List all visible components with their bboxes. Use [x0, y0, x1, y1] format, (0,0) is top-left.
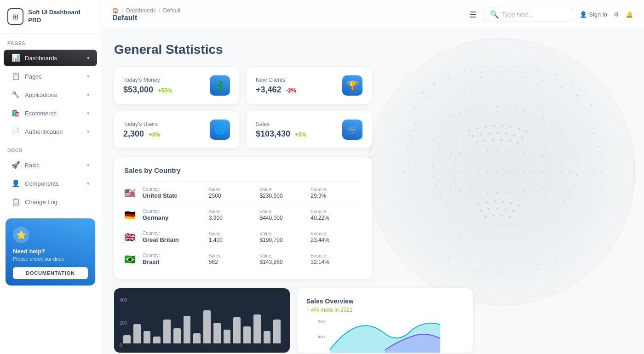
table-row: 🇺🇸 Country: United State Sales: 2500 Val…: [124, 182, 362, 204]
page-title-breadcrumb: Default: [112, 14, 462, 22]
stat-value-sales: $103,430: [256, 129, 290, 138]
country-flag: 🇬🇧: [124, 226, 143, 248]
breadcrumb-default: Default: [163, 7, 180, 14]
topbar-actions: 👤 Sign in ⚙ 🔔: [580, 11, 633, 18]
country-name-cell: Country: Germany: [143, 204, 209, 226]
stat-label-clients: New Clients: [256, 77, 296, 83]
search-input[interactable]: [502, 11, 566, 18]
sales-by-country-card: Sales by Country 🇺🇸 Country: United Stat…: [114, 157, 372, 279]
hamburger-icon[interactable]: ☰: [469, 10, 477, 20]
app-name: Soft UI Dashboard PRO: [28, 9, 93, 24]
sidebar-item-ecommerce[interactable]: 🛍️ Ecommerce ▾: [4, 105, 97, 121]
sidebar-item-label: Pages: [25, 73, 82, 80]
signin-button[interactable]: 👤 Sign in: [580, 11, 607, 18]
chevron-down-icon: ▾: [87, 162, 90, 168]
settings-button[interactable]: ⚙: [614, 11, 619, 18]
table-row: 🇬🇧 Country: Great Britain Sales: 1.400 V…: [124, 226, 362, 248]
search-box[interactable]: 🔍: [484, 7, 572, 22]
sidebar-item-label: Change Log: [25, 199, 90, 206]
applications-icon: 🔧: [11, 91, 20, 99]
bar: [273, 320, 281, 344]
bar: [163, 320, 171, 344]
stat-label-sales: Sales: [256, 121, 306, 127]
bell-icon: 🔔: [626, 11, 633, 18]
stat-card-sales: Sales $103,430 +5% 🛒: [247, 111, 372, 148]
sidebar-item-components[interactable]: 👤 Components ▾: [4, 175, 97, 192]
stat-label-money: Today's Money: [123, 77, 172, 83]
logo-icon: ⊞: [7, 8, 23, 25]
ecommerce-icon: 🛍️: [11, 109, 20, 117]
money-icon: 💲: [210, 75, 230, 96]
sidebar-item-label: Basic: [25, 162, 82, 169]
page-title: General Statistics: [114, 42, 631, 57]
stat-change-sales: +5%: [295, 131, 306, 138]
bar: [224, 330, 231, 343]
sidebar-item-basic[interactable]: 🚀 Basic ▾: [4, 157, 97, 173]
chevron-down-icon: ▾: [87, 55, 90, 61]
trophy-icon: 🏆: [342, 75, 362, 96]
sidebar-item-label: Dashboards: [25, 55, 82, 62]
stat-change-money: +55%: [158, 87, 172, 94]
table-row: 🇩🇪 Country: Germany Sales: 3.900 Value: …: [124, 204, 362, 226]
bar-chart-card: 0 200 400: [114, 288, 290, 353]
notifications-button[interactable]: 🔔: [626, 11, 633, 18]
sidebar-item-dashboards[interactable]: 📊 Dashboards ▾: [4, 50, 97, 66]
country-table: 🇺🇸 Country: United State Sales: 2500 Val…: [124, 182, 362, 270]
content-area: General Statistics Today's Money $53,000…: [101, 29, 644, 354]
help-star-icon: ⭐: [13, 227, 29, 243]
sidebar-item-applications[interactable]: 🔧 Applications ▾: [4, 86, 97, 103]
sales-overview-subtitle: ↑ 4% more in 2021: [306, 307, 464, 313]
stat-label-users: Today's Users: [123, 121, 160, 127]
bar: [203, 310, 211, 343]
home-icon: 🏠: [112, 7, 119, 14]
country-sales: Sales: 3.900: [209, 204, 260, 226]
breadcrumb-dashboards: Dashboards: [126, 7, 156, 14]
country-sales: Sales: 562: [209, 248, 260, 270]
main-area: 🏠 / Dashboards / Default Default ☰ 🔍 👤 S…: [101, 0, 644, 354]
country-flag: 🇺🇸: [124, 182, 143, 204]
bar: [243, 326, 251, 344]
bar: [193, 333, 201, 344]
stat-value-clients: +3,462: [256, 85, 282, 94]
chevron-down-icon: ▾: [87, 110, 90, 116]
sidebar-item-label: Authentication: [25, 128, 82, 135]
bar: [153, 337, 161, 343]
country-bounce: Bounce: 32.14%: [310, 248, 362, 270]
chart-y-labels: 0 200 400: [120, 297, 127, 348]
chevron-down-icon: ▾: [87, 92, 90, 98]
chart-bars: [123, 297, 281, 343]
table-row: 🇧🇷 Country: Brasil Sales: 562 Value: $14…: [124, 248, 362, 270]
bar: [213, 323, 221, 343]
stat-value-money: $53,000: [123, 85, 153, 94]
chevron-down-icon: ▾: [87, 129, 90, 135]
globe-icon: 🌐: [210, 120, 230, 140]
country-name-cell: Country: Great Britain: [143, 226, 209, 248]
documentation-button[interactable]: DOCUMENTATION: [13, 267, 88, 279]
sidebar-item-pages[interactable]: 📋 Pages ▾: [4, 68, 97, 85]
gear-icon: ⚙: [614, 11, 619, 18]
help-subtitle: Please check our docs: [13, 256, 88, 262]
bar: [264, 331, 271, 343]
sidebar: ⊞ Soft UI Dashboard PRO PAGES 📊 Dashboar…: [0, 0, 101, 354]
country-sales: Sales: 1.400: [209, 226, 260, 248]
country-name-cell: Country: United State: [143, 182, 209, 204]
bottom-row: 0 200 400 Sales Overview ↑ 4% more in 20…: [114, 288, 473, 353]
country-value: Value: $440,000: [260, 204, 311, 226]
sidebar-item-authentication[interactable]: 📄 Authentication ▾: [4, 123, 97, 140]
country-bounce: Bounce: 29.9%: [310, 182, 362, 204]
breadcrumb-path: 🏠 / Dashboards / Default: [112, 7, 462, 14]
overview-chart: 500 400: [306, 318, 464, 353]
stat-card-money: Today's Money $53,000 +55% 💲: [114, 67, 239, 104]
breadcrumb: 🏠 / Dashboards / Default Default: [112, 7, 462, 22]
chevron-down-icon: ▾: [87, 74, 90, 80]
components-icon: 👤: [11, 179, 20, 188]
svg-text:500: 500: [318, 320, 325, 324]
pages-icon: 📋: [11, 72, 20, 80]
country-value: Value: $190,700: [260, 226, 311, 248]
help-title: Need help?: [13, 248, 88, 255]
changelog-icon: 📋: [11, 198, 20, 206]
section-label-pages: PAGES: [0, 34, 101, 49]
sidebar-item-changelog[interactable]: 📋 Change Log: [4, 194, 97, 210]
country-flag: 🇧🇷: [124, 248, 143, 270]
bar: [184, 316, 191, 343]
